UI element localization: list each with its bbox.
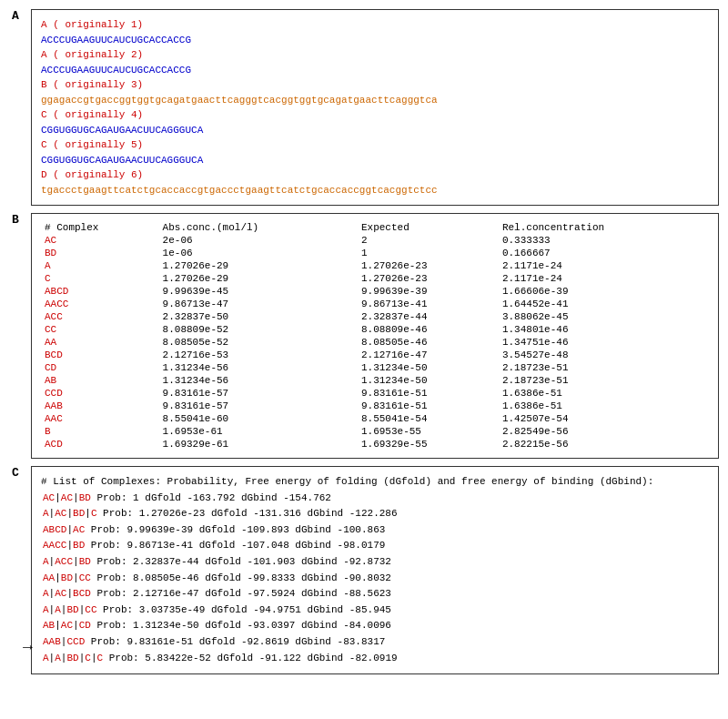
table-cell-10-0: CD — [41, 361, 159, 374]
prob-value: 9.86713e-41 — [126, 540, 193, 551]
dgfold-value: -93.0397 — [248, 620, 296, 631]
dgbind-value: -84.0096 — [343, 620, 391, 631]
prob-value: 3.03735e-49 — [139, 604, 206, 615]
dgbind-value: -82.0919 — [349, 653, 398, 663]
dgfold-label: dGfold — [211, 653, 259, 663]
complex-name: A|A|BD|C|C — [43, 653, 103, 663]
prob-label: Prob: — [85, 540, 126, 551]
table-cell-0-2: 2 — [358, 234, 499, 247]
prob-label: Prob: — [96, 508, 138, 519]
section-a-line-2: A ( originally 2) — [41, 47, 709, 63]
section-a: A A ( originally 1)ACCCUGAAGUUCAUCUGCACC… — [31, 9, 719, 206]
section-a-wrapper: A A ( originally 1)ACCCUGAAGUUCAUCUGCACC… — [31, 9, 719, 206]
arrow-icon: → — [23, 634, 33, 661]
complex-name: AB|AC|CD — [43, 620, 91, 631]
table-cell-2-0: A — [41, 259, 159, 272]
table-cell-12-0: CCD — [41, 387, 159, 400]
section-b-content: # ComplexAbs.conc.(mol/l)ExpectedRel.con… — [41, 221, 709, 451]
dgbind-label: dGbind — [295, 556, 343, 567]
complex-name: A|A|BD|CC — [43, 604, 96, 615]
list-item: AA|BD|CC Prob: 8.08505e-46 dGfold -99.83… — [41, 571, 709, 587]
dgbind-value: -88.5623 — [343, 588, 391, 599]
table-cell-11-3: 2.18723e-51 — [499, 374, 709, 387]
table-cell-8-0: AA — [41, 336, 159, 349]
section-c-content: # List of Complexes: Probability, Free e… — [41, 474, 709, 666]
table-cell-8-3: 1.34751e-46 — [499, 336, 709, 349]
section-a-line-1: ACCCUGAAGUUCAUCUGCACCACCG — [41, 33, 709, 48]
table-cell-3-2: 1.27026e-23 — [358, 272, 499, 285]
prob-label: Prob: — [103, 653, 145, 663]
section-a-line-3: ACCCUGAAGUUCAUCUGCACCACCG — [41, 63, 709, 78]
table-cell-8-1: 8.08505e-52 — [159, 336, 358, 349]
table-row: CCD9.83161e-579.83161e-511.6386e-51 — [41, 387, 709, 400]
list-item: AC|AC|BD Prob: 1 dGfold -163.792 dGbind … — [41, 491, 709, 507]
dgfold-value: -101.903 — [248, 556, 296, 567]
list-item: →AAB|CCD Prob: 9.83161e-51 dGfold -92.86… — [41, 634, 709, 651]
table-cell-1-0: BD — [41, 247, 159, 259]
dgfold-label: dGfold — [199, 588, 248, 599]
prob-label: Prob: — [85, 636, 126, 647]
table-cell-4-2: 9.99639e-39 — [358, 285, 499, 298]
dgbind-value: -98.0179 — [338, 540, 386, 551]
table-row: AB1.31234e-561.31234e-502.18723e-51 — [41, 374, 709, 387]
table-cell-2-2: 1.27026e-23 — [358, 259, 499, 272]
table-cell-14-3: 1.42507e-54 — [499, 412, 709, 425]
dgfold-label: dGfold — [193, 524, 241, 535]
table-cell-9-0: BCD — [41, 349, 159, 361]
table-cell-1-1: 1e-06 — [159, 247, 358, 259]
dgfold-label: dGfold — [193, 636, 241, 647]
table-header-2: Expected — [358, 221, 499, 234]
dgbind-value: -154.762 — [283, 492, 331, 503]
dgfold-value: -91.122 — [259, 653, 301, 663]
prob-value: 8.08505e-46 — [133, 572, 199, 583]
table-row: AAB9.83161e-579.83161e-511.6386e-51 — [41, 400, 709, 412]
table-cell-4-1: 9.99639e-45 — [159, 285, 358, 298]
dgbind-value: -90.8032 — [343, 572, 391, 583]
complex-name: AC|AC|BD — [43, 492, 91, 503]
dgfold-value: -163.792 — [187, 492, 236, 503]
prob-value: 9.83161e-51 — [126, 636, 193, 647]
dgbind-value: -85.945 — [349, 604, 391, 615]
table-cell-4-3: 1.66606e-39 — [499, 285, 709, 298]
table-cell-12-2: 9.83161e-51 — [358, 387, 499, 400]
prob-label: Prob: — [96, 604, 138, 615]
table-cell-14-0: AAC — [41, 412, 159, 425]
list-item: A|A|BD|C|C Prob: 5.83422e-52 dGfold -91.… — [41, 651, 709, 667]
prob-label: Prob: — [91, 620, 133, 631]
dgbind-label: dGbind — [289, 540, 338, 551]
table-row: ABCD9.99639e-459.99639e-391.66606e-39 — [41, 285, 709, 298]
complex-name: A|AC|BCD — [43, 588, 91, 599]
prob-value: 2.32837e-44 — [133, 556, 199, 567]
dgfold-value: -131.316 — [253, 508, 301, 519]
complex-name: AACC|BD — [43, 540, 85, 551]
dgbind-label: dGbind — [301, 653, 349, 663]
table-cell-15-3: 2.82549e-56 — [499, 425, 709, 438]
table-cell-13-2: 9.83161e-51 — [358, 400, 499, 412]
table-header-3: Rel.concentration — [499, 221, 709, 234]
section-a-line-11: tgaccctgaagttcatctgcaccaccgtgaccctgaagtt… — [41, 183, 709, 198]
dgfold-label: dGfold — [205, 508, 253, 519]
table-cell-2-1: 1.27026e-29 — [159, 259, 358, 272]
dgbind-label: dGbind — [295, 572, 343, 583]
prob-value: 5.83422e-52 — [145, 653, 211, 663]
complex-name: AAB|CCD — [43, 636, 85, 647]
dgfold-label: dGfold — [193, 540, 241, 551]
table-row: AA8.08505e-528.08505e-461.34751e-46 — [41, 336, 709, 349]
dgbind-value: -83.8317 — [338, 636, 386, 647]
list-item: AACC|BD Prob: 9.86713e-41 dGfold -107.04… — [41, 538, 709, 554]
section-a-label: A — [12, 9, 19, 23]
table-cell-7-1: 8.08809e-52 — [159, 323, 358, 336]
prob-value: 2.12716e-47 — [133, 588, 199, 599]
table-cell-14-1: 8.55041e-60 — [159, 412, 358, 425]
list-item: ABCD|AC Prob: 9.99639e-39 dGfold -109.89… — [41, 522, 709, 539]
prob-value: 1 — [133, 492, 139, 503]
table-cell-3-0: C — [41, 272, 159, 285]
table-header-1: Abs.conc.(mol/l) — [159, 221, 358, 234]
section-c-header: # List of Complexes: Probability, Free e… — [41, 474, 709, 491]
section-b-label: B — [12, 213, 19, 227]
table-cell-10-2: 1.31234e-50 — [358, 361, 499, 374]
table-cell-1-2: 1 — [358, 247, 499, 259]
section-a-line-10: D ( originally 6) — [41, 167, 709, 183]
table-row: CC8.08809e-528.08809e-461.34801e-46 — [41, 323, 709, 336]
table-cell-1-3: 0.166667 — [499, 247, 709, 259]
